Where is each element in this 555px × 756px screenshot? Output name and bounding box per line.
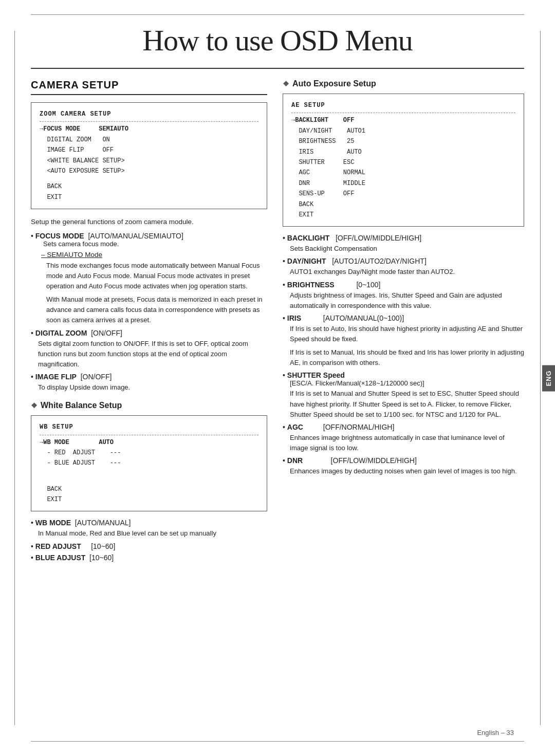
wb-item-2: - RED ADJUST --- <box>40 448 258 458</box>
main-content: CAMERA SETUP ZOOM CAMERA SETUP →FOCUS MO… <box>31 69 524 565</box>
iris-desc1: If Iris is set to Auto, Iris should have… <box>290 324 524 344</box>
image-flip-bullet: IMAGE FLIP [ON/OFF] To display Upside do… <box>31 373 267 393</box>
wb-box-title: WB SETUP <box>40 422 258 432</box>
ae-section-header: ❖ Auto Exposure Setup <box>283 79 524 88</box>
backlight-bullet: BACKLIGHT [OFF/LOW/MIDDLE/HIGH] Sets Bac… <box>283 234 524 254</box>
backlight-label: BACKLIGHT <box>287 234 329 242</box>
agc-bullet: AGC [OFF/NORMAL/HIGH] Enhances image bri… <box>283 423 524 453</box>
ae-item-4: IRIS AUTO <box>291 147 515 157</box>
ae-item-7: DNR MIDDLE <box>291 178 515 189</box>
semiauto-label: – SEMIAUTO Mode <box>41 251 102 259</box>
iris-desc2: If Iris is set to Manual, Iris should be… <box>290 347 524 368</box>
diamond-icon-wb: ❖ <box>31 401 38 410</box>
wb-item-3: - BLUE ADJUST --- <box>40 458 258 468</box>
image-flip-range: [ON/OFF] <box>81 373 112 381</box>
backlight-range: [OFF/LOW/MIDDLE/HIGH] <box>336 234 421 242</box>
shutter-desc: If Iris is set to Manual and Shutter Spe… <box>290 389 524 419</box>
ae-item-3: BRIGHTNESS 25 <box>291 136 515 146</box>
iris-bullet: IRIS [AUTO/MANUAL(0~100)] If Iris is set… <box>283 314 524 368</box>
daynight-range: [AUTO1/AUTO2/DAY/NIGHT] <box>332 257 427 265</box>
dnr-bullet: DNR [OFF/LOW/MIDDLE/HIGH] Enhances image… <box>283 456 524 476</box>
agc-desc: Enhances image brightness automatically … <box>290 433 524 453</box>
iris-range: [AUTO/MANUAL(0~100)] <box>323 314 404 322</box>
wb-item-exit: EXIT <box>40 494 258 505</box>
digital-zoom-label: DIGITAL ZOOM <box>35 329 87 337</box>
focus-mode-bullet: FOCUS MODE [AUTO/MANUAL/SEMIAUTO] Sets c… <box>31 232 267 248</box>
page-border-top <box>31 14 524 15</box>
page-footer: English – 33 <box>477 729 514 736</box>
zoom-item-2: DIGITAL ZOOM ON <box>40 135 258 145</box>
iris-label: IRIS <box>287 314 301 322</box>
semiauto-desc1: This mode exchanges focus mode automatic… <box>46 261 267 291</box>
wb-section-title: White Balance Setup <box>41 401 122 410</box>
ae-item-8: SENS-UP OFF <box>291 189 515 199</box>
semiauto-desc2: With Manual mode at presets, Focus data … <box>46 294 267 325</box>
page-title: How to use OSD Menu <box>31 23 524 58</box>
ae-item-2: DAY/NIGHT AUTO1 <box>291 126 515 136</box>
page-border-left <box>14 31 15 725</box>
zoom-box-title: ZOOM CAMERA SETUP <box>40 109 258 119</box>
ae-item-6: AGC NORMAL <box>291 168 515 178</box>
shutter-range: [ESC/A. Flicker/Manual(×128~1/120000 sec… <box>290 379 524 387</box>
digital-zoom-bullet: DIGITAL ZOOM [ON/OFF] Sets digital zoom … <box>31 329 267 370</box>
daynight-desc: AUTO1 exchanges Day/Night mode faster th… <box>290 267 524 277</box>
semiauto-subitem: – SEMIAUTO Mode <box>41 251 267 259</box>
ae-item-exit: EXIT <box>291 210 515 220</box>
red-adjust-bullet: RED ADJUST [10~60] <box>31 542 267 550</box>
zoom-item-back: BACK <box>40 181 258 192</box>
zoom-item-3: IMAGE FLIP OFF <box>40 145 258 155</box>
wb-mode-range: [AUTO/MANUAL] <box>75 519 131 527</box>
image-flip-desc: To display Upside down image. <box>38 382 267 393</box>
ae-item-1: →BACKLIGHT OFF <box>291 115 515 125</box>
focus-mode-desc: Sets camera focus mode. <box>43 240 267 248</box>
dnr-desc: Enhances images by deducting noises when… <box>290 466 524 476</box>
wb-mode-desc: In Manual mode, Red and Blue level can b… <box>38 528 267 539</box>
blue-adjust-bullet: BLUE ADJUST [10~60] <box>31 554 267 562</box>
page-border-bottom <box>31 741 524 742</box>
brightness-desc: Adjusts brightness of images. Iris, Shut… <box>290 290 524 311</box>
red-adjust-range: [10~60] <box>91 542 115 550</box>
wb-item-back: BACK <box>40 484 258 494</box>
ae-item-back: BACK <box>291 199 515 210</box>
blue-adjust-label: BLUE ADJUST <box>35 554 86 562</box>
brightness-range: [0~100] <box>356 281 380 289</box>
wb-osd-box: WB SETUP →WB MODE AUTO - RED ADJUST --- … <box>31 415 267 511</box>
backlight-desc: Sets Backlight Compensation <box>290 244 524 254</box>
image-flip-label: IMAGE FLIP <box>35 373 77 381</box>
zoom-item-4: <WHITE BALANCE SETUP> <box>40 156 258 166</box>
zoom-item-exit: EXIT <box>40 192 258 202</box>
daynight-bullet: DAY/NIGHT [AUTO1/AUTO2/DAY/NIGHT] AUTO1 … <box>283 257 524 277</box>
page-border-right <box>540 31 541 725</box>
wb-mode-label: WB MODE <box>35 519 71 527</box>
ae-box-title: AE SETUP <box>291 100 515 110</box>
wb-section-header: ❖ White Balance Setup <box>31 401 267 410</box>
section-title: CAMERA SETUP <box>31 79 267 95</box>
wb-item-1: →WB MODE AUTO <box>40 437 258 448</box>
zoom-osd-box: ZOOM CAMERA SETUP →FOCUS MODE SEMIAUTO D… <box>31 102 267 209</box>
eng-tab: ENG <box>542 365 555 391</box>
zoom-item-1: →FOCUS MODE SEMIAUTO <box>40 124 258 134</box>
right-column: ❖ Auto Exposure Setup AE SETUP →BACKLIGH… <box>283 79 524 565</box>
ae-item-5: SHUTTER ESC <box>291 157 515 168</box>
shutter-label: SHUTTER Speed <box>287 371 345 379</box>
dnr-label: DNR <box>287 456 303 465</box>
page-header: How to use OSD Menu <box>31 0 524 69</box>
focus-mode-range: [AUTO/MANUAL/SEMIAUTO] <box>88 232 183 240</box>
focus-mode-label: FOCUS MODE <box>35 232 84 240</box>
ae-section-title: Auto Exposure Setup <box>292 79 376 88</box>
zoom-item-5: <AUTO EXPOSURE SETUP> <box>40 166 258 176</box>
left-column: CAMERA SETUP ZOOM CAMERA SETUP →FOCUS MO… <box>31 79 267 565</box>
digital-zoom-range: [ON/OFF] <box>91 329 122 337</box>
daynight-label: DAY/NIGHT <box>287 257 326 265</box>
agc-range: [OFF/NORMAL/HIGH] <box>323 423 394 431</box>
ae-osd-box: AE SETUP →BACKLIGHT OFF DAY/NIGHT AUTO1 … <box>283 94 524 227</box>
dnr-range: [OFF/LOW/MIDDLE/HIGH] <box>331 456 417 465</box>
digital-zoom-desc: Sets digital zoom function to ON/OFF. If… <box>38 339 267 370</box>
brightness-label: BRIGHTNESS <box>287 281 335 289</box>
camera-setup-desc: Setup the general functions of zoom came… <box>31 216 267 228</box>
red-adjust-label: RED ADJUST <box>35 542 81 550</box>
shutter-bullet: SHUTTER Speed [ESC/A. Flicker/Manual(×12… <box>283 371 524 419</box>
wb-mode-bullet: WB MODE [AUTO/MANUAL] In Manual mode, Re… <box>31 519 267 539</box>
agc-label: AGC <box>287 423 303 431</box>
brightness-bullet: BRIGHTNESS [0~100] Adjusts brightness of… <box>283 281 524 311</box>
